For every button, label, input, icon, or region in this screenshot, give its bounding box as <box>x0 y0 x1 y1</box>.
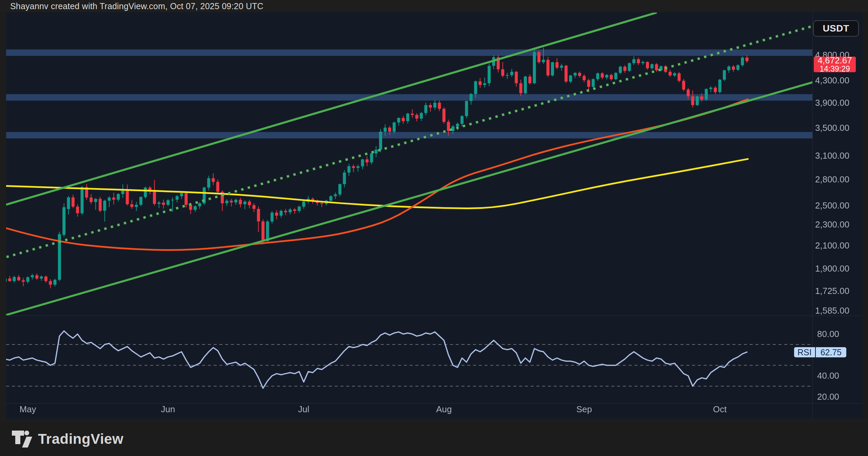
last-price-value: 4,672.67 <box>817 56 852 65</box>
rsi-axis-label: 40.00 <box>817 371 839 381</box>
price-axis-label: 4,300.00 <box>815 75 849 85</box>
price-axis-label: 2,100.00 <box>815 240 849 251</box>
rsi-pane-separator <box>6 316 863 316</box>
price-axis-label: 3,900.00 <box>815 98 849 108</box>
time-axis-month-label: Aug <box>436 404 452 415</box>
time-axis-month-label: Jun <box>161 404 175 415</box>
price-axis-label: 1,585.00 <box>815 305 849 316</box>
time-axis-month-label: Jul <box>298 404 309 415</box>
time-axis-month-label: May <box>19 404 36 415</box>
tradingview-logo-text: TradingView <box>38 431 123 447</box>
rsi-indicator-badge[interactable]: RSI 62.75 <box>794 347 846 357</box>
price-axis-label: 2,500.00 <box>815 200 849 211</box>
header-bar: Shayannv created with TradingView.com, O… <box>0 0 868 12</box>
price-axis-label: 3,500.00 <box>815 122 849 133</box>
symbol-usdt-badge[interactable]: USDT <box>813 20 859 37</box>
price-axis-separator <box>812 12 813 419</box>
rsi-axis-label: 20.00 <box>817 391 839 402</box>
price-axis-label: 2,800.00 <box>815 174 849 184</box>
price-axis-label: 1,725.00 <box>815 285 849 296</box>
time-axis-month-label: Sep <box>576 404 592 415</box>
rsi-current-value: 62.75 <box>816 347 847 357</box>
price-axis-label: 3,100.00 <box>815 151 849 161</box>
price-axis-label: 1,900.00 <box>815 263 849 274</box>
footer-bar: TradingView <box>0 422 868 456</box>
rsi-axis-label: 80.00 <box>817 329 839 339</box>
last-price-badge: 4,672.67 14:39:29 <box>814 57 856 72</box>
attribution-text: Shayannv created with TradingView.com, O… <box>0 1 263 11</box>
tradingview-chart-window: Shayannv created with TradingView.com, O… <box>0 0 868 456</box>
tradingview-logo-icon <box>12 430 33 448</box>
time-axis-separator <box>6 403 863 403</box>
rsi-label: RSI <box>794 347 815 357</box>
tradingview-logo[interactable]: TradingView <box>0 430 123 448</box>
countdown-timer: 14:39:29 <box>820 65 850 73</box>
chart-canvas[interactable] <box>0 0 868 456</box>
time-axis-month-label: Oct <box>713 404 727 415</box>
price-axis-label: 2,300.00 <box>815 219 849 230</box>
